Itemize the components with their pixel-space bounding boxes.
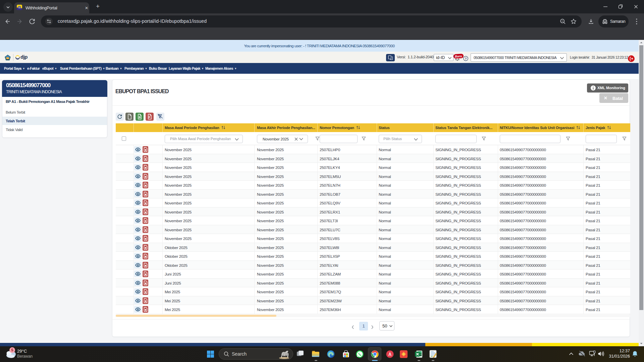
svg-text:?: ?: [465, 57, 467, 60]
